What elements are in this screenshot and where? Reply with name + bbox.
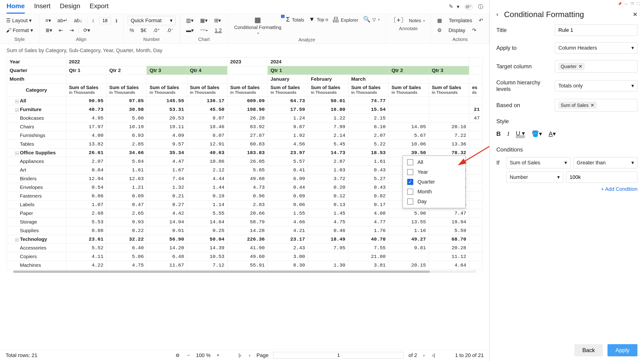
inc-decimal-icon[interactable]: .0⁺ [151,26,162,34]
data-cell[interactable]: 50.01 [308,97,348,105]
data-cell[interactable] [469,244,483,252]
data-cell[interactable]: 1.67 [147,166,187,174]
page-last[interactable]: ›| [431,353,436,358]
data-cell[interactable]: 1.92 [268,131,308,140]
checkbox-icon[interactable] [407,189,413,195]
data-cell[interactable]: 2.07 [66,157,106,166]
row-label[interactable]: Supplies [7,226,66,235]
data-cell[interactable] [388,252,429,261]
data-cell[interactable]: 1.55 [268,209,308,218]
data-cell[interactable]: 6.10 [348,122,388,131]
chart-bar-icon[interactable]: ▬▾ [184,26,196,34]
row-label[interactable]: Storage [7,218,66,226]
data-cell[interactable]: 9.87 [268,122,308,131]
data-cell[interactable]: 14.05 [388,122,429,131]
data-cell[interactable]: 1.45 [308,209,348,218]
data-cell[interactable]: 19.11 [147,122,187,131]
data-cell[interactable] [469,183,483,192]
data-cell[interactable]: 0.41 [268,166,308,174]
row-label[interactable]: Appliances [7,157,66,166]
data-cell[interactable]: 2.07 [348,131,388,140]
data-cell[interactable]: 7.44 [147,174,187,183]
conditional-fmt-icon[interactable]: ▦ [254,16,261,24]
data-cell[interactable]: 35.34 [147,148,187,157]
data-cell[interactable]: 0.43 [348,183,388,192]
data-cell[interactable]: 0.96 [227,192,268,200]
expand-icon[interactable]: − [15,100,18,103]
data-cell[interactable]: 13.36 [429,140,469,148]
data-cell[interactable]: 14.94 [147,218,187,226]
data-cell[interactable] [469,97,483,105]
panel-back-icon[interactable]: ‹ [496,11,498,18]
data-cell[interactable]: 27.87 [227,131,268,140]
data-cell[interactable] [429,105,469,114]
back-button[interactable]: Back [574,344,603,356]
checkbox-icon[interactable] [407,169,413,175]
data-cell[interactable]: 3.72 [308,174,348,183]
data-cell[interactable]: 4.77 [348,218,388,226]
data-cell[interactable]: 4.08 [348,209,388,218]
data-cell[interactable]: 1.30 [308,261,348,270]
data-cell[interactable]: 2.68 [66,209,106,218]
conditional-formatting-button[interactable]: Conditional Formatting [232,24,283,36]
data-cell[interactable]: 226.36 [227,235,268,244]
data-cell[interactable]: 4.44 [187,174,227,183]
data-cell[interactable]: 20.53 [147,114,187,122]
data-cell[interactable]: 49.60 [227,252,268,261]
data-cell[interactable]: 14.28 [227,226,268,235]
explorer-button[interactable]: Explorer [339,16,360,24]
data-cell[interactable]: 19.94 [429,218,469,226]
data-cell[interactable]: 4.66 [268,218,308,226]
currency-icon[interactable]: $€ [139,26,148,34]
data-cell[interactable] [469,157,483,166]
data-cell[interactable] [469,192,483,200]
data-cell[interactable]: 3.81 [348,261,388,270]
data-cell[interactable] [388,97,429,105]
data-cell[interactable]: 0.06 [66,192,106,200]
col-year[interactable]: 2023 [227,57,268,66]
col-month[interactable]: March [348,75,388,83]
font-size-input[interactable] [99,17,111,24]
data-cell[interactable]: 0.09 [268,192,308,200]
data-cell[interactable] [429,97,469,105]
maximize-icon[interactable]: ⛶ [636,2,640,5]
rotate-icon[interactable]: ⟳▾ [82,26,92,34]
bold-button[interactable]: B [496,130,501,137]
topn-button[interactable]: Top n [315,16,330,23]
minimize-icon[interactable]: — [624,2,628,5]
data-cell[interactable]: 17.97 [66,122,106,131]
data-cell[interactable]: 18.53 [348,148,388,157]
data-cell[interactable]: 49.68 [227,174,268,183]
row-label[interactable]: Fasteners [7,192,66,200]
col-month[interactable]: January [268,75,308,83]
data-cell[interactable]: 4.64 [429,261,469,270]
data-cell[interactable]: 17.59 [268,105,308,114]
row-label[interactable]: Machines [7,261,66,270]
data-cell[interactable]: 23.61 [66,235,106,244]
data-cell[interactable]: 49.27 [388,235,429,244]
data-cell[interactable] [469,200,483,209]
notes-button[interactable]: Notes [407,17,426,24]
data-cell[interactable]: 14.64 [187,218,227,226]
data-cell[interactable]: 11.12 [429,252,469,261]
hier-option[interactable]: Month [403,187,465,197]
row-label[interactable]: Furnishings [7,131,66,140]
data-cell[interactable]: 4.00 [66,131,106,140]
data-cell[interactable]: 18.49 [308,235,348,244]
hier-option[interactable]: ✓Quarter [403,177,465,187]
tab-design[interactable]: Design [60,2,80,13]
basedon-field[interactable]: Sum of Sales✕ [555,99,638,111]
data-cell[interactable]: 5.06 [106,252,147,261]
redo-icon[interactable]: ↷ [470,26,478,34]
data-cell[interactable]: 0.47 [106,200,147,209]
data-cell[interactable]: 4.09 [147,131,187,140]
row-label[interactable]: −Office Supplies [7,148,66,157]
data-cell[interactable]: 23.97 [268,148,308,157]
data-cell[interactable]: 1.07 [66,200,106,209]
data-cell[interactable]: 14.39 [187,244,227,252]
data-cell[interactable]: 9.81 [388,244,429,252]
data-cell[interactable]: 183.83 [227,148,268,157]
row-label[interactable]: Bookcases [7,114,66,122]
data-cell[interactable]: 21.80 [348,252,388,261]
filter-button[interactable]: ▽ [370,16,382,23]
